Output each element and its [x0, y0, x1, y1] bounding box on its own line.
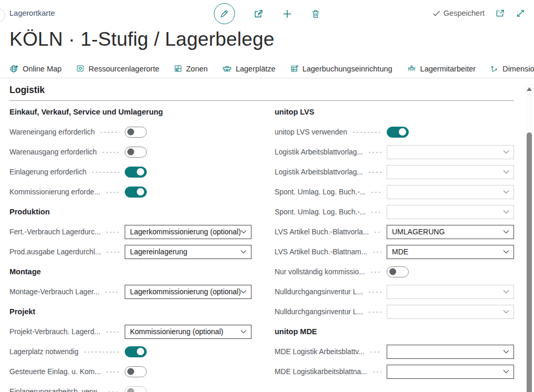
- combobox-value: Lagerkommissionierung (optional): [130, 287, 240, 296]
- toggle-off[interactable]: [387, 266, 409, 277]
- combobox[interactable]: [387, 145, 514, 159]
- field-row: Gesteuerte Einlag. u. Kom...: [9, 362, 251, 381]
- field-label-area: Montage-Verbrauch Lager...: [9, 288, 125, 296]
- toggle-on[interactable]: [125, 346, 147, 357]
- field-label: LVS Artikel Buch.-Blattvorla...: [275, 228, 369, 236]
- page-title: KÖLN · 1-Stufig / Lagerbelege: [9, 26, 534, 55]
- new-button[interactable]: [281, 8, 293, 19]
- combobox[interactable]: [387, 365, 514, 379]
- field-columns: Einkauf, Verkauf, Service und Umlagerung…: [9, 102, 514, 392]
- field-label-area: Spont. Umlag. Log. Buch.-...: [275, 208, 387, 216]
- toggle-knob: [127, 129, 134, 136]
- group-header-row: Montage: [9, 262, 251, 282]
- field-row: Prod.ausgabe Lagerdurchl...Lagereinlager…: [9, 242, 251, 262]
- field-row: Fert.-Verbrauch Lagerdurc...Lagerkommiss…: [9, 222, 251, 242]
- field-label-area: Wareneingang erforderlich: [9, 128, 125, 136]
- field-row: Wareneingang erforderlich: [9, 122, 251, 142]
- field-label: Einlagerung erforderlich: [9, 168, 86, 176]
- warehouse-employees-icon: [407, 64, 417, 73]
- field-row: Spont. Umlag. Log. Buch.-...: [275, 202, 514, 222]
- toggle-on[interactable]: [387, 127, 409, 138]
- toggle-on[interactable]: [125, 167, 147, 178]
- combobox[interactable]: Lagerkommissionierung (optional): [125, 285, 251, 299]
- combobox[interactable]: [387, 345, 514, 359]
- combobox[interactable]: Lagereinlagerung: [125, 245, 251, 259]
- group-header-row: Projekt: [9, 302, 251, 322]
- dotted-leader: [368, 151, 381, 153]
- field-label: Spont. Umlag. Log. Buch.-...: [275, 188, 366, 196]
- dotted-leader: [102, 151, 119, 153]
- field-label: Wareneingang erforderlich: [9, 128, 95, 136]
- combobox[interactable]: [387, 185, 514, 199]
- toggle-knob: [399, 128, 406, 136]
- field-row: Nulldurchgangsinventur L...: [275, 302, 514, 322]
- expand-icon: [516, 8, 526, 18]
- field-row: MDE Logistik Arbeitsblattv...: [275, 342, 514, 362]
- dotted-leader: [370, 191, 381, 193]
- field-row: LVS Artikel Buch.-Blattvorla...UMLAGERUN…: [275, 222, 514, 242]
- dotted-leader: [368, 291, 381, 293]
- action-label: Ressourcenlagerorte: [88, 65, 159, 73]
- scroll-up-arrow-icon[interactable]: [527, 87, 532, 91]
- field-row: Nulldurchgangsinventur L...: [275, 282, 514, 302]
- save-status-label: Gespeichert: [444, 9, 485, 17]
- combobox[interactable]: [387, 285, 514, 299]
- expand-page-button[interactable]: [516, 8, 526, 18]
- action-online-map[interactable]: Online Map: [9, 64, 62, 74]
- edit-button[interactable]: [214, 3, 235, 24]
- field-label: Kommissionierung erforde...: [9, 188, 100, 196]
- share-icon: [253, 8, 264, 19]
- vertical-scrollbar[interactable]: [526, 84, 533, 392]
- toggle-off[interactable]: [125, 127, 147, 138]
- combobox[interactable]: [387, 205, 514, 219]
- action-label: Dimensionen: [502, 65, 534, 73]
- chevron-down-icon: [503, 250, 509, 254]
- combobox[interactable]: UMLAGERUNG: [387, 225, 514, 239]
- field-label-area: LVS Artikel Buch.-Blattnam...: [275, 248, 387, 256]
- action-zones[interactable]: Zonen: [174, 64, 208, 73]
- field-label: Lagerplatz notwendig: [9, 348, 78, 356]
- scrollbar-thumb[interactable]: [527, 132, 532, 392]
- chevron-down-icon: [240, 230, 247, 234]
- share-button[interactable]: [253, 8, 264, 19]
- field-label: Logistik Arbeitsblattvorlag...: [275, 148, 363, 156]
- toggle-knob: [137, 188, 144, 195]
- combobox[interactable]: [387, 305, 514, 319]
- field-row: Spont. Umlag. Log. Buch.-...: [275, 182, 514, 202]
- combobox[interactable]: Lagerkommissionierung (optional): [125, 225, 251, 239]
- fasttab-header-logistik[interactable]: Logistik: [9, 85, 514, 101]
- action-warehouse-posting-setup[interactable]: Lagerbuchungseinrichtung: [290, 64, 392, 73]
- open-in-new-window-button[interactable]: [495, 8, 505, 18]
- group-header-row: Einkauf, Verkauf, Service und Umlagerung: [9, 102, 251, 122]
- bins-icon: [222, 64, 232, 73]
- toggle-off[interactable]: [125, 366, 147, 377]
- action-bins[interactable]: Lagerplätze: [222, 64, 276, 73]
- location-card-page: Lagerortkarte: [0, 0, 534, 392]
- field-row: Kommissionierung erforde...: [9, 182, 251, 202]
- field-label-area: Einlagerungsarbeitsb. verw...: [9, 388, 125, 392]
- toggle-on[interactable]: [125, 187, 147, 198]
- toggle-off[interactable]: [125, 147, 147, 158]
- dotted-leader: [105, 231, 119, 233]
- field-label: Logistik Arbeitsblattvorlag...: [275, 168, 363, 176]
- action-dimensions[interactable]: Dimensionen: [490, 64, 534, 73]
- combobox[interactable]: Kommissionierung (optional): [125, 325, 251, 339]
- field-row: Warenausgang erforderlich: [9, 142, 251, 162]
- dimensions-icon: [490, 64, 499, 73]
- combobox-value: MDE: [392, 247, 503, 256]
- field-label: Einlagerungsarbeitsb. verw...: [9, 388, 103, 392]
- action-label: Zonen: [186, 65, 208, 73]
- field-label: unitop LVS verwenden: [275, 128, 347, 136]
- delete-button[interactable]: [310, 9, 320, 19]
- field-row: Montage-Verbrauch Lager...Lagerkommissio…: [9, 282, 251, 302]
- action-warehouse-employees[interactable]: Lagermitarbeiter: [407, 64, 476, 73]
- action-resource-locations[interactable]: Ressourcenlagerorte: [76, 64, 159, 73]
- field-label: Nulldurchgangsinventur L...: [275, 308, 363, 316]
- combobox-value: Kommissionierung (optional): [130, 327, 240, 336]
- combobox[interactable]: [387, 165, 514, 179]
- trash-icon: [310, 9, 320, 19]
- combobox[interactable]: MDE: [387, 245, 514, 259]
- toggle-knob: [389, 269, 396, 275]
- dotted-leader: [374, 231, 381, 233]
- field-row: unitop LVS verwenden: [275, 122, 514, 142]
